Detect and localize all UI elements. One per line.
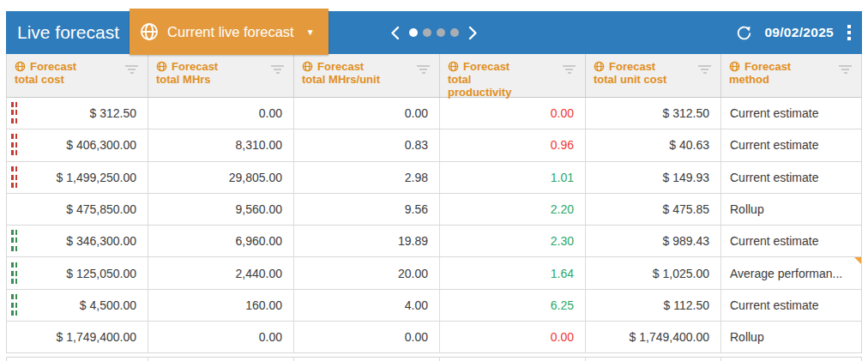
cell-forecast-total-cost[interactable]: $ 406,300.00 — [7, 129, 148, 160]
cell-forecast-total-unit-cost[interactable]: $ 1,749,400.00 — [586, 322, 721, 352]
column-label: total — [448, 73, 471, 86]
cell-forecast-total-unit-cost[interactable]: $ 1,025.00 — [586, 257, 721, 288]
kebab-menu-icon[interactable] — [845, 23, 853, 42]
cell-forecast-total-unit-cost[interactable]: $ 312.50 — [586, 98, 721, 129]
cell-forecast-total-productivity[interactable]: 2.30 — [440, 226, 586, 256]
cell-forecast-total-mhrs-unit[interactable]: 0.00 — [294, 322, 440, 352]
cell-forecast-total-mhrs[interactable]: 0.00 — [148, 98, 294, 129]
row-status-indicator — [11, 134, 17, 156]
column-label: total cost — [15, 73, 64, 86]
cell-forecast-total-unit-cost[interactable]: $ 475.85 — [586, 194, 721, 225]
cell-forecast-total-mhrs[interactable]: 160.00 — [148, 290, 294, 321]
column-label: productivity — [448, 86, 511, 99]
globe-icon — [140, 22, 159, 41]
globe-icon — [156, 61, 167, 72]
table-row: $ 312.500.000.000.00$ 312.50Current esti… — [7, 98, 861, 129]
cell-forecast-total-mhrs-unit[interactable]: 9.56 — [294, 194, 440, 225]
cell-forecast-method[interactable]: Current estimate — [721, 129, 861, 160]
partial-cell — [586, 358, 721, 361]
filter-icon[interactable] — [561, 63, 577, 75]
column-header-forecast-total-mhrs-unit[interactable]: Forecasttotal MHrs/unit — [294, 54, 440, 97]
cell-forecast-method[interactable]: Current estimate — [721, 98, 861, 129]
cell-forecast-method[interactable]: Current estimate — [721, 226, 861, 256]
cell-forecast-total-mhrs-unit[interactable]: 4.00 — [294, 290, 440, 321]
table-row: $ 1,499,250.0029,805.002.981.01$ 149.93C… — [7, 162, 861, 194]
cell-forecast-total-unit-cost[interactable]: $ 989.43 — [586, 226, 721, 256]
page-title: Live forecast — [6, 22, 119, 43]
cell-forecast-total-productivity[interactable]: 0.96 — [440, 129, 586, 160]
cell-forecast-total-productivity[interactable]: 1.01 — [440, 162, 586, 193]
data-date[interactable]: 09/02/2025 — [764, 25, 834, 40]
filter-icon[interactable] — [415, 63, 431, 75]
filter-icon[interactable] — [837, 63, 853, 75]
prev-page-button[interactable] — [389, 24, 401, 42]
column-label: method — [729, 73, 769, 86]
pager-dot[interactable] — [423, 28, 431, 37]
pager-dot[interactable] — [437, 28, 445, 37]
cell-forecast-total-cost[interactable]: $ 4,500.00 — [7, 290, 148, 321]
cell-forecast-total-cost[interactable]: $ 125,050.00 — [7, 257, 148, 288]
globe-icon — [15, 61, 26, 72]
filter-icon[interactable] — [269, 63, 286, 75]
chevron-down-icon: ▼ — [306, 27, 315, 37]
partial-cell — [7, 358, 148, 361]
cell-forecast-total-mhrs[interactable]: 29,805.00 — [148, 162, 294, 193]
cell-forecast-total-mhrs[interactable]: 8,310.00 — [148, 129, 294, 160]
cell-forecast-total-mhrs-unit[interactable]: 19.89 — [294, 226, 440, 256]
cell-forecast-total-cost[interactable]: $ 346,300.00 — [7, 226, 148, 256]
refresh-button[interactable] — [735, 24, 753, 42]
pagination — [389, 11, 479, 54]
globe-icon — [729, 61, 740, 72]
cell-forecast-total-cost[interactable]: $ 312.50 — [7, 98, 148, 129]
pager-dot[interactable] — [409, 28, 418, 37]
globe-icon — [448, 61, 459, 72]
table-row: $ 475,850.009,560.009.562.20$ 475.85Roll… — [7, 194, 861, 226]
cell-forecast-total-mhrs-unit[interactable]: 0.83 — [294, 129, 440, 160]
cell-forecast-total-productivity[interactable]: 6.25 — [440, 290, 586, 321]
pager-dot[interactable] — [450, 28, 459, 37]
cell-forecast-total-mhrs[interactable]: 0.00 — [148, 322, 294, 352]
cell-forecast-total-mhrs[interactable]: 9,560.00 — [148, 194, 294, 225]
column-header-forecast-total-mhrs[interactable]: Forecasttotal MHrs — [148, 54, 294, 97]
column-header-forecast-total-productivity[interactable]: Forecasttotalproductivity — [440, 54, 586, 97]
column-label: total unit cost — [594, 73, 666, 86]
pager-dots — [409, 28, 459, 37]
next-row-partial — [6, 357, 862, 361]
table-row: $ 346,300.006,960.0019.892.30$ 989.43Cur… — [7, 226, 861, 257]
cell-forecast-method[interactable]: Rollup — [721, 322, 861, 352]
cell-forecast-total-cost[interactable]: $ 475,850.00 — [7, 194, 148, 225]
partial-cell — [440, 358, 586, 361]
forecast-selector-dropdown[interactable]: Current live forecast ▼ — [130, 9, 329, 55]
column-header-forecast-method[interactable]: Forecastmethod — [721, 54, 861, 97]
cell-forecast-total-cost[interactable]: $ 1,499,250.00 — [7, 162, 148, 193]
filter-icon[interactable] — [696, 63, 713, 75]
cell-forecast-method[interactable]: Current estimate — [721, 162, 861, 193]
cell-forecast-total-productivity[interactable]: 0.00 — [440, 98, 586, 129]
next-page-button[interactable] — [467, 24, 479, 42]
column-header-forecast-total-unit-cost[interactable]: Forecasttotal unit cost — [586, 54, 721, 97]
column-label: Forecast — [463, 60, 509, 73]
cell-forecast-method[interactable]: Current estimate — [721, 290, 861, 321]
cell-forecast-total-mhrs-unit[interactable]: 0.00 — [294, 98, 440, 129]
forecast-grid: Forecasttotal costForecasttotal MHrsFore… — [6, 54, 862, 353]
cell-forecast-method[interactable]: Rollup — [721, 194, 861, 225]
cell-forecast-total-mhrs-unit[interactable]: 2.98 — [294, 162, 440, 193]
column-label: Forecast — [30, 60, 76, 73]
cell-forecast-method[interactable]: Average performan... — [721, 257, 861, 288]
filter-icon[interactable] — [124, 63, 140, 75]
cell-forecast-total-mhrs[interactable]: 6,960.00 — [148, 226, 294, 256]
column-label: total MHrs — [156, 73, 211, 86]
cell-forecast-total-unit-cost[interactable]: $ 149.93 — [586, 162, 721, 193]
cell-forecast-total-unit-cost[interactable]: $ 40.63 — [586, 129, 721, 160]
partial-cell — [148, 358, 294, 361]
cell-forecast-total-cost[interactable]: $ 1,749,400.00 — [7, 322, 148, 352]
cell-forecast-total-mhrs-unit[interactable]: 20.00 — [294, 257, 440, 288]
cell-forecast-total-productivity[interactable]: 0.00 — [440, 322, 586, 352]
cell-forecast-total-productivity[interactable]: 1.64 — [440, 257, 586, 288]
row-status-indicator — [11, 262, 17, 285]
column-header-forecast-total-cost[interactable]: Forecasttotal cost — [7, 54, 148, 97]
column-label: Forecast — [609, 60, 655, 73]
cell-forecast-total-unit-cost[interactable]: $ 112.50 — [586, 290, 721, 321]
cell-forecast-total-productivity[interactable]: 2.20 — [440, 194, 586, 225]
cell-forecast-total-mhrs[interactable]: 2,440.00 — [148, 257, 294, 288]
